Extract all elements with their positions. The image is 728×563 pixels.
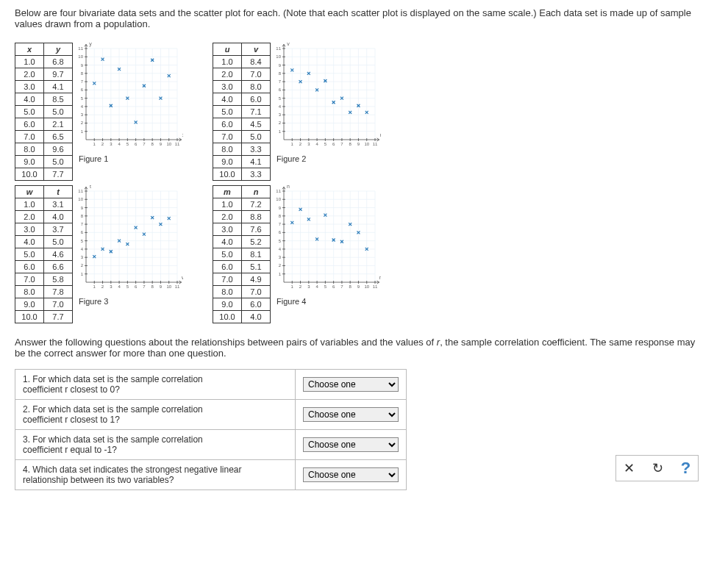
svg-text:4: 4	[118, 284, 121, 289]
select-q2[interactable]: Choose one	[303, 407, 399, 422]
svg-text:10: 10	[276, 197, 281, 201]
svg-text:9: 9	[81, 63, 84, 68]
table-row: 6.02.1	[15, 118, 73, 131]
svg-text:10: 10	[276, 54, 281, 59]
table-row: 7.04.9	[213, 273, 271, 286]
svg-text:5: 5	[279, 239, 282, 243]
reset-button[interactable]: ↻	[652, 460, 663, 476]
svg-text:9: 9	[279, 206, 282, 210]
svg-text:8: 8	[81, 214, 84, 218]
svg-text:7: 7	[143, 142, 146, 146]
svg-text:11: 11	[175, 142, 180, 146]
svg-text:n: n	[287, 185, 290, 189]
svg-text:4: 4	[118, 142, 121, 146]
table-row: 10.04.0	[213, 311, 271, 323]
col-n: n	[242, 186, 271, 198]
svg-text:6: 6	[279, 230, 282, 234]
svg-text:10: 10	[78, 197, 83, 201]
table-row: 10.07.7	[15, 168, 73, 181]
table-row: 8.03.3	[213, 143, 271, 156]
panel-row-2: wt 1.03.12.04.03.03.74.05.05.04.66.06.67…	[15, 185, 713, 323]
svg-text:6: 6	[279, 87, 282, 92]
intro-line1: Below are four bivariate data sets and t…	[15, 7, 691, 18]
svg-text:7: 7	[340, 284, 343, 289]
svg-text:9: 9	[279, 63, 282, 68]
svg-text:8: 8	[279, 71, 282, 76]
table-row: 8.07.8	[15, 286, 73, 298]
table-row: 7.05.8	[15, 273, 73, 286]
table-row: 1.03.1	[15, 198, 73, 211]
col-u: u	[213, 43, 242, 56]
svg-text:8: 8	[279, 214, 282, 218]
select-q1[interactable]: Choose one	[303, 377, 399, 392]
table-row: 10.03.3	[213, 168, 271, 181]
svg-text:10: 10	[364, 284, 369, 289]
col-t: t	[44, 186, 73, 198]
svg-text:1: 1	[279, 272, 282, 276]
svg-text:u: u	[380, 132, 381, 137]
svg-text:7: 7	[143, 284, 146, 289]
question-2: 2. For which data set is the sample corr…	[15, 400, 406, 430]
help-button[interactable]: ?	[681, 459, 690, 478]
svg-text:3: 3	[110, 142, 113, 146]
question-3: 3. For which data set is the sample corr…	[15, 430, 406, 460]
svg-text:3: 3	[110, 284, 113, 289]
select-q4[interactable]: Choose one	[303, 467, 399, 482]
table-row: 8.09.6	[15, 143, 73, 156]
svg-text:11: 11	[373, 284, 378, 289]
svg-text:5: 5	[324, 284, 327, 289]
svg-text:3: 3	[307, 284, 310, 289]
table-row: 7.05.0	[213, 131, 271, 143]
table-row: 6.05.1	[213, 261, 271, 273]
svg-text:6: 6	[81, 87, 84, 92]
svg-text:9: 9	[160, 142, 163, 146]
table-fig1: xy 1.06.82.09.73.04.14.08.55.05.06.02.17…	[15, 43, 73, 181]
intro-line2: values drawn from a population.	[15, 18, 150, 29]
table-row: 6.06.6	[15, 261, 73, 273]
svg-text:1: 1	[93, 142, 96, 146]
table-row: 1.08.4	[213, 56, 271, 68]
svg-text:1: 1	[291, 142, 294, 146]
svg-text:11: 11	[373, 142, 378, 146]
svg-text:3: 3	[279, 255, 282, 259]
table-row: 1.06.8	[15, 56, 73, 68]
svg-text:2: 2	[81, 263, 84, 268]
panel-fig2: uv 1.08.42.07.03.08.04.06.05.07.16.04.57…	[213, 43, 381, 181]
table-row: 4.06.0	[213, 93, 271, 106]
select-q3[interactable]: Choose one	[303, 437, 399, 452]
questions-box: 1. For which data set is the sample corr…	[15, 369, 407, 490]
svg-text:4: 4	[81, 104, 84, 109]
panel-fig1: xy 1.06.82.09.73.04.14.08.55.05.06.02.17…	[15, 43, 183, 181]
table-row: 10.07.7	[15, 311, 73, 323]
svg-text:1: 1	[291, 284, 294, 289]
table-row: 4.05.0	[15, 236, 73, 248]
panel-fig4: mn 1.07.22.08.83.07.64.05.25.08.16.05.17…	[213, 185, 381, 323]
svg-text:6: 6	[81, 230, 84, 234]
scatter-fig2: 11223344556677889910101111uv	[271, 43, 381, 153]
svg-text:7: 7	[340, 142, 343, 146]
svg-text:2: 2	[279, 121, 282, 125]
table-fig4: mn 1.07.22.08.83.07.64.05.25.08.16.05.17…	[213, 185, 271, 323]
svg-text:10: 10	[166, 142, 171, 146]
col-x: x	[15, 43, 44, 56]
table-row: 6.04.5	[213, 118, 271, 131]
svg-text:4: 4	[315, 284, 318, 289]
clear-button[interactable]: ✕	[624, 460, 635, 476]
svg-text:8: 8	[151, 284, 154, 289]
table-row: 2.04.0	[15, 211, 73, 223]
svg-text:4: 4	[81, 247, 84, 251]
col-y: y	[44, 43, 73, 56]
svg-text:x: x	[182, 132, 183, 137]
svg-text:5: 5	[126, 284, 129, 289]
svg-text:9: 9	[160, 284, 163, 289]
question-1: 1. For which data set is the sample corr…	[15, 370, 406, 400]
svg-text:8: 8	[151, 142, 154, 146]
svg-text:2: 2	[279, 263, 282, 268]
panels-container: xy 1.06.82.09.73.04.14.08.55.05.06.02.17…	[15, 43, 713, 323]
table-row: 3.08.0	[213, 81, 271, 93]
svg-text:7: 7	[279, 222, 282, 226]
svg-text:8: 8	[349, 142, 352, 146]
svg-text:3: 3	[81, 255, 84, 259]
svg-text:6: 6	[135, 284, 138, 289]
svg-text:7: 7	[279, 79, 282, 84]
